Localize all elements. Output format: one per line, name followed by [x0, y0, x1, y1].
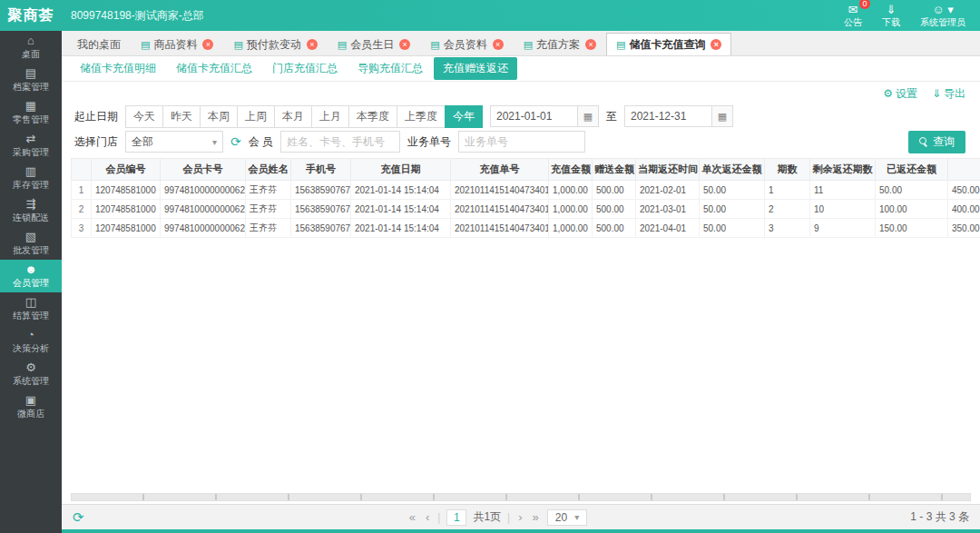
member-search-input[interactable]	[280, 131, 400, 153]
calendar-icon[interactable]: ▦	[577, 105, 599, 127]
tab-close-icon[interactable]: ×	[399, 39, 410, 50]
first-page-button[interactable]: «	[407, 510, 417, 524]
download-button[interactable]: ⇓ 下载	[882, 3, 900, 28]
sidebar-item-purchase[interactable]: ⇄采购管理	[0, 129, 62, 162]
calendar-icon[interactable]: ▦	[711, 105, 733, 127]
member-label: 会 员	[249, 134, 273, 150]
table-area: 会员编号会员卡号会员姓名手机号充值日期充值单号充值金额赠送金额当期返还时间单次返…	[62, 154, 980, 504]
sidebar-item-retail[interactable]: ▦零售管理	[0, 96, 62, 129]
export-button[interactable]: ⇓ 导出	[932, 86, 965, 102]
column-header[interactable]: 充值日期	[351, 159, 451, 181]
sidebar-item-system[interactable]: ⚙系统管理	[0, 358, 62, 390]
column-header[interactable]: 手机号	[291, 159, 351, 181]
download-label: 下载	[882, 17, 900, 28]
member-icon: ☻	[24, 263, 37, 276]
admin-menu[interactable]: ☺ ▾ 系统管理员	[920, 3, 965, 28]
tab-2[interactable]: ▤预付款变动×	[223, 33, 327, 55]
total-pages-label: 共1页	[473, 509, 501, 525]
column-header[interactable]	[948, 159, 980, 181]
table-cell: 9	[810, 219, 876, 238]
search-button[interactable]: 查询	[908, 131, 965, 153]
column-header[interactable]: 赠送金额	[593, 159, 636, 181]
column-header[interactable]: 已返还金额	[876, 159, 948, 181]
next-page-button[interactable]: ›	[516, 510, 524, 524]
record-count-summary: 1 - 3 共 3 条	[910, 509, 969, 525]
sidebar-item-member[interactable]: ☻会员管理	[0, 260, 62, 292]
sidebar-item-wholesale[interactable]: ▧批发管理	[0, 227, 62, 260]
analytics-icon: ◔	[27, 329, 34, 341]
notice-badge: 0	[859, 0, 870, 9]
range-button[interactable]: 本月	[274, 105, 312, 128]
tab-3[interactable]: ▤会员生日×	[328, 33, 420, 55]
tab-close-icon[interactable]: ×	[307, 39, 318, 50]
order-no-label: 业务单号	[407, 134, 451, 150]
tab-close-icon[interactable]: ×	[585, 39, 596, 50]
table-row[interactable]: 21207485810009974810000000062王齐芬15638590…	[72, 200, 980, 219]
sidebar-item-desktop[interactable]: ⌂桌面	[0, 31, 62, 64]
notice-button[interactable]: ✉ 公告 0	[844, 3, 862, 28]
tab-0[interactable]: 我的桌面	[67, 33, 131, 55]
column-header[interactable]: 会员编号	[92, 159, 161, 181]
tab-5[interactable]: ▤充值方案×	[514, 33, 606, 55]
column-header[interactable]: 单次返还金额	[700, 159, 765, 181]
column-header[interactable]: 会员姓名	[246, 159, 291, 181]
date-to-wrap: ▦	[624, 105, 733, 127]
table-cell: 9974810000000062	[161, 219, 246, 238]
date-filter-row: 起止日期 今天昨天本周上周本月上月本季度上季度今年 ▦ 至 ▦	[62, 104, 980, 129]
current-page-input[interactable]: 1	[446, 509, 466, 526]
date-to-label: 至	[606, 109, 617, 124]
range-button[interactable]: 上季度	[397, 105, 446, 128]
table-header-row: 会员编号会员卡号会员姓名手机号充值日期充值单号充值金额赠送金额当期返还时间单次返…	[72, 159, 980, 181]
tab-close-icon[interactable]: ×	[710, 39, 721, 50]
date-to-input[interactable]	[624, 105, 711, 127]
range-button[interactable]: 上周	[237, 105, 275, 128]
subtab-0[interactable]: 储值卡充值明细	[71, 57, 165, 80]
range-button[interactable]: 今年	[445, 105, 483, 128]
tab-close-icon[interactable]: ×	[493, 39, 504, 50]
sidebar-item-chain-delivery[interactable]: ⇶连锁配送	[0, 194, 62, 227]
column-header[interactable]: 会员卡号	[161, 159, 246, 181]
document-icon: ▤	[430, 39, 439, 51]
export-icon: ⇓	[932, 87, 941, 100]
tab-6[interactable]: ▤储值卡充值查询×	[606, 33, 731, 55]
range-button[interactable]: 本季度	[348, 105, 397, 128]
prev-page-button[interactable]: ‹	[424, 510, 431, 524]
table-cell: 120748581000	[92, 200, 161, 219]
subtab-2[interactable]: 门店充值汇总	[263, 57, 347, 80]
range-button[interactable]: 昨天	[162, 105, 201, 128]
refresh-icon[interactable]: ⟳	[73, 509, 84, 526]
store-refresh-icon[interactable]: ⟳	[230, 134, 241, 149]
column-header[interactable]: 充值金额	[549, 159, 593, 181]
subtab-3[interactable]: 导购充值汇总	[348, 57, 432, 80]
range-button[interactable]: 上月	[311, 105, 349, 128]
micro-store-icon: ▣	[25, 394, 36, 407]
subtab-4[interactable]: 充值赠送返还	[434, 57, 517, 80]
column-header[interactable]: 剩余返还期数	[810, 159, 876, 181]
page-size-select[interactable]: 20 ▾	[547, 509, 587, 526]
column-header[interactable]: 期数	[765, 159, 810, 181]
tab-close-icon[interactable]: ×	[202, 39, 213, 50]
column-header[interactable]: 当期返还时间	[636, 159, 700, 181]
date-from-input[interactable]	[490, 105, 577, 127]
store-select[interactable]: 全部 ▾	[125, 131, 223, 153]
range-button[interactable]: 今天	[125, 105, 163, 128]
settings-button[interactable]: ⚙ 设置	[883, 86, 917, 102]
range-button[interactable]: 本周	[200, 105, 238, 128]
column-header[interactable]: 充值单号	[451, 159, 549, 181]
horizontal-scrollbar[interactable]	[71, 493, 971, 501]
gear-icon: ⚙	[883, 87, 893, 100]
last-page-button[interactable]: »	[531, 510, 541, 524]
table-cell: 2021011415140473401	[451, 219, 549, 238]
table-row[interactable]: 11207485810009974810000000062王齐芬15638590…	[72, 181, 980, 200]
sidebar-item-inventory[interactable]: ▥库存管理	[0, 162, 62, 194]
order-no-input[interactable]	[458, 131, 585, 153]
subtab-1[interactable]: 储值卡充值汇总	[167, 57, 261, 80]
sidebar-item-micro-store[interactable]: ▣微商店	[0, 390, 62, 423]
sidebar-item-settlement[interactable]: ◫结算管理	[0, 292, 62, 325]
table-row[interactable]: 31207485810009974810000000062王齐芬15638590…	[72, 219, 980, 238]
tab-1[interactable]: ▤商品资料×	[131, 33, 223, 55]
sidebar-item-analytics[interactable]: ◔决策分析	[0, 325, 62, 358]
sidebar-item-archives[interactable]: ▤档案管理	[0, 64, 62, 96]
column-header[interactable]	[72, 159, 92, 181]
tab-4[interactable]: ▤会员资料×	[420, 33, 513, 55]
